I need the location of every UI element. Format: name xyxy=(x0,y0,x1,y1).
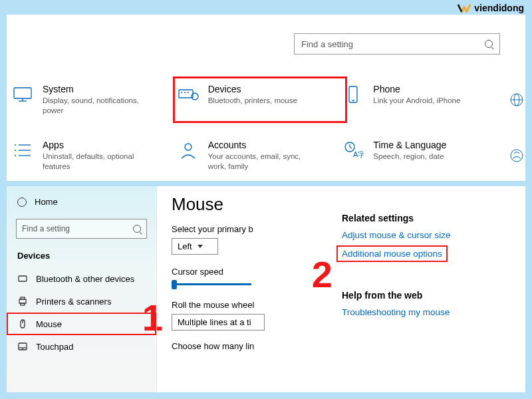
category-title: System xyxy=(43,84,142,94)
sidebar-item-printers[interactable]: Printers & scanners xyxy=(7,290,156,313)
svg-rect-3 xyxy=(179,90,193,98)
category-subtitle: Your accounts, email, sync, work, family xyxy=(208,152,308,172)
cursor-speed-slider[interactable] xyxy=(172,283,251,285)
settings-search-input[interactable]: Find a setting xyxy=(294,33,500,55)
search-icon xyxy=(485,40,493,48)
dropdown-value: Multiple lines at a ti xyxy=(178,317,251,327)
gaming-icon[interactable] xyxy=(508,137,525,174)
wheel-dropdown[interactable]: Multiple lines at a ti xyxy=(172,314,265,331)
watermark-logo xyxy=(457,3,471,13)
additional-mouse-options-link[interactable]: Additional mouse options xyxy=(338,247,446,261)
svg-line-22 xyxy=(350,147,352,148)
phone-icon xyxy=(342,84,364,105)
mouse-content: Mouse Select your primary b Left Cursor … xyxy=(156,186,326,392)
mouse-icon xyxy=(17,319,28,329)
touchpad-icon xyxy=(17,341,28,352)
settings-search-container: Find a setting xyxy=(294,33,500,55)
svg-rect-27 xyxy=(21,297,25,299)
svg-text:A字: A字 xyxy=(353,150,364,158)
category-subtitle: Uninstall, defaults, optional features xyxy=(43,152,142,172)
sidebar-home[interactable]: Home xyxy=(7,193,156,211)
settings-search-placeholder: Find a setting xyxy=(301,39,353,49)
svg-rect-0 xyxy=(14,88,31,98)
category-title: Devices xyxy=(208,84,297,94)
sidebar-home-label: Home xyxy=(35,197,58,207)
svg-point-19 xyxy=(185,144,192,150)
category-accounts[interactable]: Accounts Your accounts, email, sync, wor… xyxy=(178,137,343,174)
category-subtitle: Link your Android, iPhone xyxy=(373,96,460,106)
related-settings-heading: Related settings xyxy=(342,213,509,223)
help-heading: Help from the web xyxy=(342,290,509,301)
search-icon xyxy=(133,225,141,233)
sidebar-item-label: Touchpad xyxy=(36,342,73,352)
apps-icon xyxy=(12,140,33,161)
mouse-settings-panel: Home Find a setting Devices Bluetooth & … xyxy=(7,186,525,392)
cursor-speed-label: Cursor speed xyxy=(172,267,314,277)
category-devices[interactable]: Devices Bluetooth, printers, mouse xyxy=(178,81,343,118)
wheel-label: Roll the mouse wheel xyxy=(172,300,314,310)
category-title: Apps xyxy=(43,140,142,150)
settings-sidebar: Home Find a setting Devices Bluetooth & … xyxy=(7,186,156,392)
svg-rect-25 xyxy=(19,276,27,281)
category-time-language[interactable]: A字 Time & Language Speech, region, date xyxy=(342,137,508,174)
settings-home-panel: Find a setting System Display, sound, no… xyxy=(7,15,525,181)
svg-rect-28 xyxy=(21,303,25,305)
lines-label: Choose how many lin xyxy=(172,341,314,351)
network-icon[interactable] xyxy=(508,81,525,118)
sidebar-search-input[interactable]: Find a setting xyxy=(16,219,147,239)
chevron-down-icon xyxy=(198,245,203,248)
right-pane: Related settings Adjust mouse & cursor s… xyxy=(326,186,525,392)
bluetooth-icon xyxy=(17,273,28,284)
category-phone[interactable]: Phone Link your Android, iPhone xyxy=(342,81,508,118)
settings-categories: System Display, sound, notifications, po… xyxy=(12,81,525,174)
monitor-icon xyxy=(12,84,33,105)
sidebar-item-bluetooth[interactable]: Bluetooth & other devices xyxy=(7,267,156,290)
category-title: Time & Language xyxy=(373,140,446,150)
svg-point-24 xyxy=(511,150,523,162)
category-system[interactable]: System Display, sound, notifications, po… xyxy=(12,81,178,118)
primary-button-dropdown[interactable]: Left xyxy=(172,238,218,255)
sidebar-search-placeholder: Find a setting xyxy=(22,224,70,233)
sidebar-item-label: Printers & scanners xyxy=(36,297,111,307)
sidebar-item-mouse[interactable]: Mouse xyxy=(7,313,156,335)
page-title: Mouse xyxy=(172,194,314,215)
category-subtitle: Speech, region, date xyxy=(373,152,446,162)
keyboard-icon xyxy=(178,84,199,105)
category-subtitle: Display, sound, notifications, power xyxy=(43,96,142,116)
watermark: viendidong xyxy=(457,3,524,13)
sidebar-heading: Devices xyxy=(7,248,156,267)
category-title: Phone xyxy=(373,84,460,94)
troubleshoot-link[interactable]: Troubleshooting my mouse xyxy=(342,307,509,317)
time-language-icon: A字 xyxy=(342,140,364,161)
category-apps[interactable]: Apps Uninstall, defaults, optional featu… xyxy=(12,137,178,174)
svg-rect-26 xyxy=(19,299,26,303)
sidebar-item-touchpad[interactable]: Touchpad xyxy=(7,335,156,358)
watermark-text: viendidong xyxy=(474,3,524,13)
person-icon xyxy=(178,140,199,161)
category-title: Accounts xyxy=(208,140,308,150)
adjust-mouse-link[interactable]: Adjust mouse & cursor size xyxy=(342,230,509,240)
printer-icon xyxy=(17,296,28,307)
dropdown-value: Left xyxy=(178,241,192,251)
category-subtitle: Bluetooth, printers, mouse xyxy=(208,96,297,106)
gear-icon xyxy=(17,198,27,207)
step-badge-2: 2 xyxy=(312,253,332,296)
sidebar-item-label: Bluetooth & other devices xyxy=(36,274,134,284)
primary-button-label: Select your primary b xyxy=(172,224,314,234)
sidebar-item-label: Mouse xyxy=(36,319,62,329)
